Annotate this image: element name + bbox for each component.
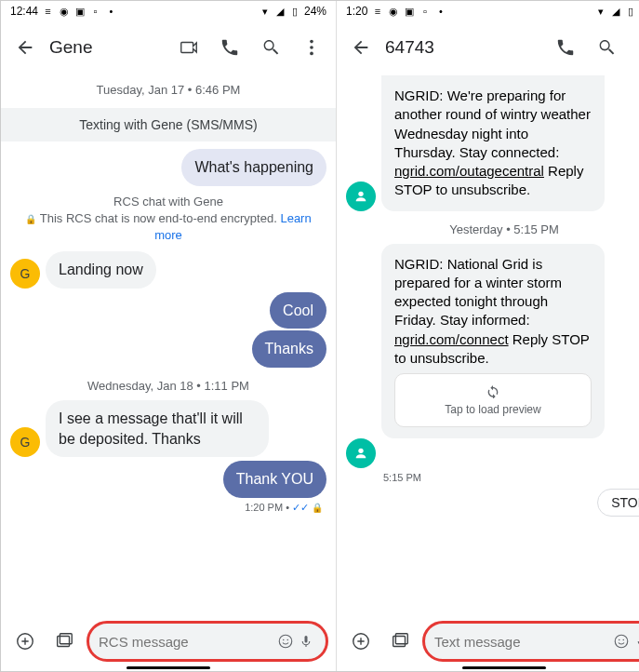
signal-icon: ◢ xyxy=(610,6,622,18)
status-icon: ◉ xyxy=(387,6,399,18)
phone-icon xyxy=(555,37,576,58)
link[interactable]: ngrid.com/connect xyxy=(394,331,509,347)
arrow-left-icon xyxy=(15,37,35,58)
message-row: G I see a message that'll it will be dep… xyxy=(1,398,336,459)
message-input-wrap xyxy=(87,621,328,662)
person-icon xyxy=(353,189,368,204)
more-button[interactable] xyxy=(295,31,328,64)
link[interactable]: ngrid.com/outagecentral xyxy=(394,163,544,179)
outgoing-message[interactable]: What's happening xyxy=(181,149,326,186)
wifi-icon: ▾ xyxy=(595,6,607,18)
svg-rect-5 xyxy=(60,634,72,644)
avatar[interactable]: G xyxy=(10,427,40,457)
add-button[interactable] xyxy=(8,625,42,658)
avatar-row xyxy=(337,437,639,470)
avatar[interactable] xyxy=(346,181,376,211)
status-time: 1:20 xyxy=(346,5,367,18)
svg-point-7 xyxy=(283,639,285,641)
incoming-message[interactable]: Landing now xyxy=(46,251,156,289)
svg-rect-9 xyxy=(305,636,308,643)
video-call-button[interactable] xyxy=(172,31,206,64)
svg-point-8 xyxy=(287,639,289,641)
incoming-message[interactable]: NGRID: National Grid is prepared for a w… xyxy=(381,244,605,439)
status-bar: 12:44 ≡ ◉ ▣ ▫ • ▾ ◢ ▯ 24% xyxy=(1,1,336,21)
message-row: Thanks xyxy=(1,329,336,370)
lock-icon: 🔒 xyxy=(312,503,323,513)
messages-list[interactable]: Tuesday, Jan 17 • 6:46 PM Texting with G… xyxy=(1,74,336,613)
svg-point-19 xyxy=(619,639,620,641)
call-button[interactable] xyxy=(549,31,582,64)
search-icon xyxy=(260,37,281,58)
emoji-icon xyxy=(277,633,294,650)
status-icon: ◉ xyxy=(58,6,70,18)
message-input[interactable] xyxy=(99,634,275,650)
gallery-button[interactable] xyxy=(383,625,417,658)
status-icon: ≡ xyxy=(42,6,54,18)
status-bar: 1:20 ≡ ◉ ▣ ▫ • ▾ ◢ ▯ 19% xyxy=(337,1,639,21)
composer xyxy=(1,613,336,671)
messages-list[interactable]: NGRID: We're preparing for another round… xyxy=(337,74,639,613)
status-icon: ▫ xyxy=(419,6,431,18)
conversation-header: Gene xyxy=(1,21,336,74)
gallery-button[interactable] xyxy=(47,625,81,658)
search-button[interactable] xyxy=(254,31,287,64)
incoming-message[interactable]: I see a message that'll it will be depos… xyxy=(46,400,269,457)
plus-circle-icon xyxy=(15,631,35,652)
emoji-button[interactable] xyxy=(611,631,632,652)
status-time: 12:44 xyxy=(10,5,38,18)
person-icon xyxy=(353,446,368,461)
left-screenshot: 12:44 ≡ ◉ ▣ ▫ • ▾ ◢ ▯ 24% Gene xyxy=(1,1,337,671)
incoming-message[interactable]: NGRID: We're preparing for another round… xyxy=(381,75,605,211)
more-button[interactable] xyxy=(631,31,639,64)
sms-banner: Texting with Gene (SMS/MMS) xyxy=(1,108,336,141)
outgoing-message[interactable]: Thank YOU xyxy=(223,461,326,498)
battery-percent: 24% xyxy=(304,5,326,18)
message-input[interactable] xyxy=(434,634,611,650)
refresh-icon xyxy=(486,383,500,398)
right-screenshot: 1:20 ≡ ◉ ▣ ▫ • ▾ ◢ ▯ 19% 64743 Wednesday… xyxy=(337,1,639,671)
message-row: NGRID: National Grid is prepared for a w… xyxy=(337,242,639,441)
battery-icon: ▯ xyxy=(625,6,637,18)
link-preview[interactable]: Tap to load preview xyxy=(394,373,592,427)
home-indicator xyxy=(126,666,210,669)
call-button[interactable] xyxy=(213,31,246,64)
outgoing-message[interactable]: Thanks xyxy=(252,330,326,368)
status-icon: ▣ xyxy=(73,6,86,18)
message-row: G Landing now xyxy=(1,249,336,290)
gallery-icon xyxy=(390,631,410,652)
mic-button[interactable] xyxy=(296,631,316,652)
mic-button[interactable] xyxy=(632,631,639,652)
battery-icon: ▯ xyxy=(289,6,301,18)
phone-icon xyxy=(220,37,240,58)
lock-icon: 🔒 xyxy=(25,213,36,226)
avatar[interactable]: G xyxy=(10,259,40,289)
svg-rect-4 xyxy=(58,637,70,647)
message-row: What's happening xyxy=(1,147,336,188)
back-button[interactable] xyxy=(8,31,42,64)
rcs-notice: RCS chat with Gene 🔒 This RCS chat is no… xyxy=(1,188,336,250)
contact-name[interactable]: 64743 xyxy=(385,37,541,58)
emoji-button[interactable] xyxy=(275,631,296,652)
add-button[interactable] xyxy=(344,625,378,658)
contact-name[interactable]: Gene xyxy=(49,37,165,58)
status-icon: • xyxy=(434,6,446,18)
arrow-left-icon xyxy=(351,37,371,58)
composer xyxy=(337,613,639,671)
status-icon: ▫ xyxy=(89,6,101,18)
plus-circle-icon xyxy=(351,631,371,652)
outgoing-message[interactable]: Cool xyxy=(270,292,326,329)
suggestion-chip[interactable]: STOP xyxy=(597,489,639,517)
svg-point-14 xyxy=(358,449,363,453)
svg-point-20 xyxy=(623,639,625,641)
search-button[interactable] xyxy=(590,31,623,64)
timestamp: Yesterday • 5:15 PM xyxy=(337,213,639,242)
svg-point-6 xyxy=(279,635,292,648)
video-icon xyxy=(179,37,199,58)
message-row: NGRID: We're preparing for another round… xyxy=(337,74,639,213)
status-icon: ≡ xyxy=(371,6,383,18)
timestamp: Tuesday, Jan 17 • 6:46 PM xyxy=(1,74,336,102)
svg-point-1 xyxy=(310,46,313,49)
back-button[interactable] xyxy=(344,31,378,64)
home-indicator xyxy=(462,666,546,669)
avatar[interactable] xyxy=(346,438,376,468)
